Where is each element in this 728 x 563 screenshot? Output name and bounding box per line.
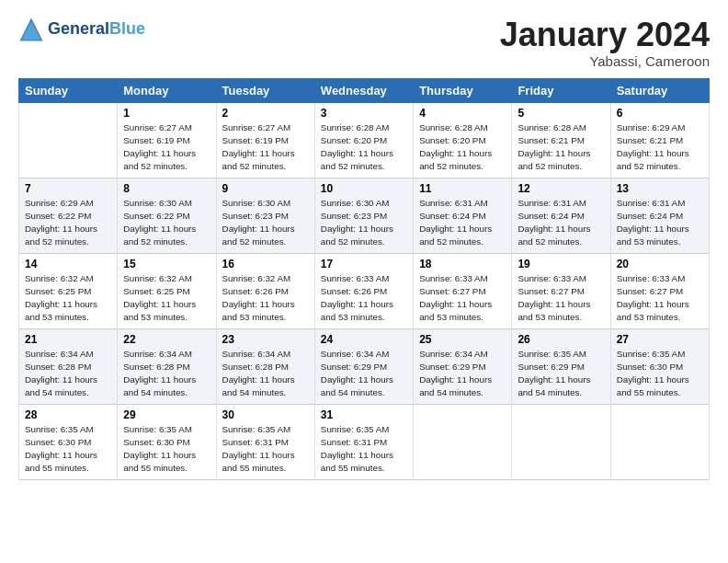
calendar-cell: 28Sunrise: 6:35 AM Sunset: 6:30 PM Dayli… [19, 404, 118, 479]
location: Yabassi, Cameroon [500, 53, 710, 69]
day-info: Sunrise: 6:30 AM Sunset: 6:22 PM Dayligh… [123, 197, 210, 249]
day-number: 16 [222, 258, 309, 270]
calendar-table: SundayMondayTuesdayWednesdayThursdayFrid… [18, 78, 710, 480]
day-number: 28 [25, 408, 111, 421]
calendar-cell: 26Sunrise: 6:35 AM Sunset: 6:29 PM Dayli… [512, 328, 610, 404]
week-row-3: 14Sunrise: 6:32 AM Sunset: 6:25 PM Dayli… [19, 253, 710, 328]
day-number: 3 [321, 107, 407, 120]
day-info: Sunrise: 6:35 AM Sunset: 6:31 PM Dayligh… [321, 423, 407, 476]
calendar-cell: 8Sunrise: 6:30 AM Sunset: 6:22 PM Daylig… [118, 178, 216, 253]
logo: GeneralBlue [18, 17, 145, 42]
day-number: 10 [321, 182, 407, 195]
day-info: Sunrise: 6:30 AM Sunset: 6:23 PM Dayligh… [321, 197, 407, 249]
day-number: 11 [419, 182, 506, 195]
month-title: January 2024 [500, 17, 710, 53]
day-number: 8 [123, 182, 210, 195]
calendar-cell: 23Sunrise: 6:34 AM Sunset: 6:28 PM Dayli… [216, 328, 314, 404]
day-info: Sunrise: 6:33 AM Sunset: 6:27 PM Dayligh… [419, 272, 506, 325]
logo-blue: Blue [109, 19, 145, 38]
calendar-cell: 20Sunrise: 6:33 AM Sunset: 6:27 PM Dayli… [610, 253, 709, 328]
day-number: 25 [419, 333, 506, 346]
weekday-header-wednesday: Wednesday [314, 78, 413, 102]
day-number: 6 [617, 107, 703, 120]
day-info: Sunrise: 6:27 AM Sunset: 6:19 PM Dayligh… [222, 121, 309, 174]
day-number: 31 [321, 408, 407, 421]
calendar-cell: 17Sunrise: 6:33 AM Sunset: 6:26 PM Dayli… [314, 253, 413, 328]
calendar-cell: 19Sunrise: 6:33 AM Sunset: 6:27 PM Dayli… [512, 253, 610, 328]
day-number: 27 [617, 333, 703, 346]
calendar-cell: 10Sunrise: 6:30 AM Sunset: 6:23 PM Dayli… [314, 178, 413, 253]
calendar-cell: 31Sunrise: 6:35 AM Sunset: 6:31 PM Dayli… [314, 404, 413, 479]
weekday-header-thursday: Thursday [414, 78, 512, 102]
day-number: 5 [518, 107, 604, 120]
day-info: Sunrise: 6:31 AM Sunset: 6:24 PM Dayligh… [617, 197, 703, 249]
weekday-header-tuesday: Tuesday [216, 78, 314, 102]
calendar-cell: 11Sunrise: 6:31 AM Sunset: 6:24 PM Dayli… [414, 178, 512, 253]
day-info: Sunrise: 6:28 AM Sunset: 6:21 PM Dayligh… [518, 121, 604, 174]
day-info: Sunrise: 6:34 AM Sunset: 6:28 PM Dayligh… [222, 348, 309, 400]
calendar-cell: 6Sunrise: 6:29 AM Sunset: 6:21 PM Daylig… [610, 102, 709, 178]
day-number: 29 [123, 408, 210, 421]
calendar-cell: 4Sunrise: 6:28 AM Sunset: 6:20 PM Daylig… [414, 102, 512, 178]
day-info: Sunrise: 6:35 AM Sunset: 6:30 PM Dayligh… [617, 348, 703, 400]
calendar-cell: 16Sunrise: 6:32 AM Sunset: 6:26 PM Dayli… [216, 253, 314, 328]
calendar-cell: 21Sunrise: 6:34 AM Sunset: 6:28 PM Dayli… [19, 328, 118, 404]
calendar-cell: 24Sunrise: 6:34 AM Sunset: 6:29 PM Dayli… [314, 328, 413, 404]
calendar-cell: 3Sunrise: 6:28 AM Sunset: 6:20 PM Daylig… [314, 102, 413, 178]
day-number: 22 [123, 333, 210, 346]
logo-icon [18, 17, 44, 42]
day-info: Sunrise: 6:34 AM Sunset: 6:29 PM Dayligh… [419, 348, 506, 400]
day-number: 26 [518, 333, 604, 346]
day-info: Sunrise: 6:35 AM Sunset: 6:30 PM Dayligh… [123, 423, 210, 476]
calendar-cell: 5Sunrise: 6:28 AM Sunset: 6:21 PM Daylig… [512, 102, 610, 178]
day-info: Sunrise: 6:28 AM Sunset: 6:20 PM Dayligh… [321, 121, 407, 174]
svg-marker-1 [22, 22, 41, 40]
weekday-header-row: SundayMondayTuesdayWednesdayThursdayFrid… [19, 78, 710, 102]
day-number: 24 [321, 333, 407, 346]
calendar-cell: 29Sunrise: 6:35 AM Sunset: 6:30 PM Dayli… [118, 404, 216, 479]
day-number: 14 [25, 258, 111, 270]
day-info: Sunrise: 6:28 AM Sunset: 6:20 PM Dayligh… [419, 121, 506, 174]
day-info: Sunrise: 6:31 AM Sunset: 6:24 PM Dayligh… [518, 197, 604, 249]
day-number: 17 [321, 258, 407, 270]
calendar-cell: 30Sunrise: 6:35 AM Sunset: 6:31 PM Dayli… [216, 404, 314, 479]
day-number: 9 [222, 182, 309, 195]
day-info: Sunrise: 6:33 AM Sunset: 6:27 PM Dayligh… [617, 272, 703, 325]
day-number: 20 [617, 258, 703, 270]
day-info: Sunrise: 6:34 AM Sunset: 6:28 PM Dayligh… [25, 348, 111, 400]
calendar-cell: 1Sunrise: 6:27 AM Sunset: 6:19 PM Daylig… [118, 102, 216, 178]
week-row-5: 28Sunrise: 6:35 AM Sunset: 6:30 PM Dayli… [19, 404, 710, 479]
calendar-cell: 2Sunrise: 6:27 AM Sunset: 6:19 PM Daylig… [216, 102, 314, 178]
day-number: 15 [123, 258, 210, 270]
day-info: Sunrise: 6:35 AM Sunset: 6:30 PM Dayligh… [25, 423, 111, 476]
weekday-header-friday: Friday [512, 78, 610, 102]
page: GeneralBlue January 2024 Yabassi, Camero… [0, 0, 728, 489]
weekday-header-sunday: Sunday [19, 78, 118, 102]
day-info: Sunrise: 6:30 AM Sunset: 6:23 PM Dayligh… [222, 197, 309, 249]
week-row-2: 7Sunrise: 6:29 AM Sunset: 6:22 PM Daylig… [19, 178, 710, 253]
day-number: 4 [419, 107, 506, 120]
day-number: 13 [617, 182, 703, 195]
day-info: Sunrise: 6:35 AM Sunset: 6:31 PM Dayligh… [222, 423, 309, 476]
week-row-4: 21Sunrise: 6:34 AM Sunset: 6:28 PM Dayli… [19, 328, 710, 404]
calendar-cell [414, 404, 512, 479]
calendar-cell: 12Sunrise: 6:31 AM Sunset: 6:24 PM Dayli… [512, 178, 610, 253]
logo-text: GeneralBlue [48, 20, 145, 39]
calendar-cell: 18Sunrise: 6:33 AM Sunset: 6:27 PM Dayli… [414, 253, 512, 328]
calendar-cell: 9Sunrise: 6:30 AM Sunset: 6:23 PM Daylig… [216, 178, 314, 253]
day-info: Sunrise: 6:29 AM Sunset: 6:21 PM Dayligh… [617, 121, 703, 174]
day-info: Sunrise: 6:31 AM Sunset: 6:24 PM Dayligh… [419, 197, 506, 249]
calendar-cell: 25Sunrise: 6:34 AM Sunset: 6:29 PM Dayli… [414, 328, 512, 404]
calendar-cell: 15Sunrise: 6:32 AM Sunset: 6:25 PM Dayli… [118, 253, 216, 328]
calendar-cell: 7Sunrise: 6:29 AM Sunset: 6:22 PM Daylig… [19, 178, 118, 253]
day-info: Sunrise: 6:34 AM Sunset: 6:29 PM Dayligh… [321, 348, 407, 400]
calendar-cell [610, 404, 709, 479]
day-info: Sunrise: 6:32 AM Sunset: 6:26 PM Dayligh… [222, 272, 309, 325]
day-number: 18 [419, 258, 506, 270]
weekday-header-saturday: Saturday [610, 78, 709, 102]
day-number: 2 [222, 107, 309, 120]
day-info: Sunrise: 6:35 AM Sunset: 6:29 PM Dayligh… [518, 348, 604, 400]
calendar-cell: 14Sunrise: 6:32 AM Sunset: 6:25 PM Dayli… [19, 253, 118, 328]
day-number: 23 [222, 333, 309, 346]
day-info: Sunrise: 6:32 AM Sunset: 6:25 PM Dayligh… [25, 272, 111, 325]
